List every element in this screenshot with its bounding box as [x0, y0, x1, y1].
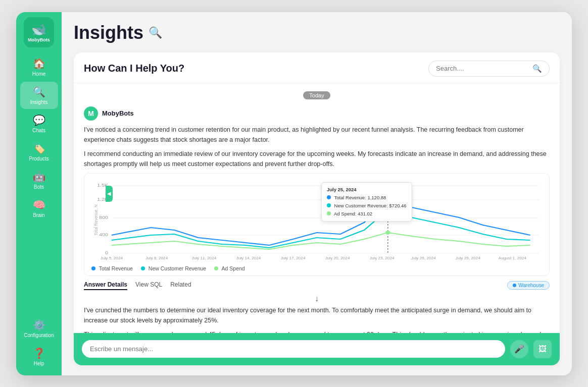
legend-dot-total — [91, 266, 95, 270]
bots-icon: 🤖 — [33, 171, 45, 183]
products-icon: 🏷️ — [33, 142, 45, 154]
home-icon: 🏠 — [33, 58, 45, 70]
sidebar-item-home[interactable]: 🏠 Home — [20, 53, 58, 81]
today-label-container: Today — [84, 90, 550, 99]
chats-icon: 💬 — [33, 114, 45, 126]
svg-text:July 23, 2024: July 23, 2024 — [370, 256, 395, 260]
legend-dot-new — [141, 266, 145, 270]
image-button[interactable]: 🖼 — [533, 340, 552, 358]
chart-tooltip: July 25, 2024 Total Revenue: 1,120.88 Ne… — [321, 182, 412, 222]
svg-text:July 29, 2024: July 29, 2024 — [456, 256, 481, 260]
down-arrow-icon: ↓ — [84, 294, 550, 303]
svg-text:800: 800 — [99, 214, 108, 219]
tooltip-total-revenue: Total Revenue: 1,120.88 — [327, 194, 407, 202]
message-text-1a: I've noticed a concerning trend in custo… — [84, 125, 550, 145]
message-input[interactable] — [82, 340, 505, 358]
svg-text:400: 400 — [99, 232, 108, 237]
legend-total-revenue: Total Revenue — [91, 265, 133, 271]
sidebar-item-chats[interactable]: 💬 Chats — [20, 110, 58, 137]
sidebar-item-brain[interactable]: 🧠 Brain — [20, 195, 58, 222]
sidebar-item-help[interactable]: ❓ Help — [20, 343, 58, 370]
svg-text:July 17, 2024: July 17, 2024 — [281, 256, 306, 260]
tooltip-new-customer: New Customer Revenue: $720.46 — [327, 202, 407, 210]
chat-area: Today M MobyBots I've noticed a concerni… — [74, 83, 560, 333]
search-input[interactable] — [436, 65, 528, 72]
message-text-2a: I've crunched the numbers to determine o… — [84, 305, 550, 325]
svg-text:Total Revenue, N: Total Revenue, N — [93, 204, 99, 235]
chart-container: 1.5K 1.2K 800 400 0 Total Revenue, N — [84, 173, 550, 276]
search-box: 🔍 — [428, 61, 550, 77]
tooltip-ad-spend: Ad Spend: 431.02 — [327, 210, 407, 218]
sidebar: 🐋 MobyBots 🏠 Home 🔍 Insights 💬 Chats 🏷️ … — [16, 12, 62, 375]
svg-text:July 5, 2024: July 5, 2024 — [101, 256, 123, 260]
configuration-icon: ⚙️ — [33, 319, 45, 331]
page-header: Insights 🔍 — [74, 22, 560, 43]
bot-name: MobyBots — [102, 109, 134, 117]
message-text-2b: This adjustment will ensure we have arou… — [84, 329, 550, 333]
warehouse-badge: Warehouse — [507, 281, 550, 290]
sidebar-collapse-button[interactable]: ◀ — [106, 186, 113, 202]
header-search-icon[interactable]: 🔍 — [149, 26, 162, 39]
tab-related[interactable]: Related — [170, 281, 191, 290]
sidebar-item-products[interactable]: 🏷️ Products — [20, 138, 58, 165]
sidebar-item-configuration[interactable]: ⚙️ Configuration — [20, 315, 58, 342]
legend-new-customer: New Customer Revenue — [141, 265, 206, 271]
svg-text:July 8, 2024: July 8, 2024 — [145, 256, 168, 260]
chart-tabs-row: Answer Details View SQL Related Warehous… — [84, 281, 550, 290]
mic-button[interactable]: 🎤 — [510, 340, 528, 358]
chart-legend: Total Revenue New Customer Revenue Ad Sp… — [91, 265, 542, 271]
bot-avatar: M — [84, 106, 98, 121]
panel-title: How Can I Help You? — [84, 63, 184, 74]
svg-text:July 26, 2024: July 26, 2024 — [411, 256, 436, 260]
chart-svg: 1.5K 1.2K 800 400 0 Total Revenue, N — [91, 180, 542, 260]
svg-text:August 1, 2024: August 1, 2024 — [499, 256, 527, 260]
svg-text:July 20, 2024: July 20, 2024 — [325, 256, 351, 260]
message-text-1b: I recommend conducting an immediate revi… — [84, 149, 550, 169]
panel-top-bar: How Can I Help You? 🔍 — [74, 52, 560, 83]
help-icon: ❓ — [33, 347, 45, 359]
chart-tabs-left: Answer Details View SQL Related — [84, 281, 191, 290]
svg-point-14 — [385, 231, 390, 235]
input-area: 🎤 🖼 — [74, 333, 560, 365]
logo-icon: 🐋 — [31, 22, 46, 36]
content-panel: How Can I Help You? 🔍 Today M MobyBots I… — [74, 52, 560, 365]
today-badge: Today — [303, 91, 330, 99]
svg-text:0: 0 — [105, 250, 108, 255]
tooltip-date: July 25, 2024 — [327, 186, 407, 194]
svg-text:July 14, 2024: July 14, 2024 — [236, 256, 262, 260]
insights-icon: 🔍 — [33, 86, 45, 98]
page-title: Insights — [74, 22, 143, 43]
legend-ad-spend: Ad Spend — [214, 265, 244, 271]
tab-answer-details[interactable]: Answer Details — [84, 281, 127, 290]
sidebar-item-insights[interactable]: 🔍 Insights — [20, 82, 58, 109]
brain-icon: 🧠 — [33, 199, 45, 211]
tab-view-sql[interactable]: View SQL — [135, 281, 162, 290]
logo-text: MobyBots — [28, 37, 50, 42]
search-submit-icon[interactable]: 🔍 — [532, 64, 542, 73]
warehouse-dot — [513, 284, 516, 287]
sidebar-item-bots[interactable]: 🤖 Bots — [20, 167, 58, 194]
bot-message-header: M MobyBots — [84, 106, 550, 121]
main-content: ◀ Insights 🔍 How Can I Help You? 🔍 Today — [62, 12, 572, 375]
app-logo: 🐋 MobyBots — [24, 17, 54, 47]
svg-text:July 11, 2024: July 11, 2024 — [192, 256, 217, 260]
legend-dot-ad — [214, 266, 218, 270]
